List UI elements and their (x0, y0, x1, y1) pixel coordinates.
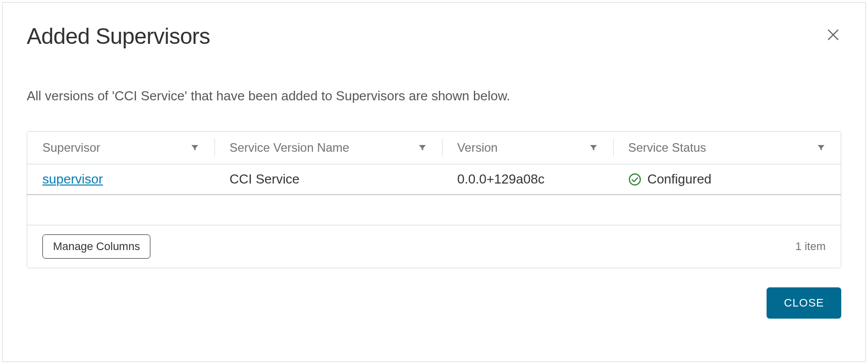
column-header-version[interactable]: Version (442, 132, 613, 164)
column-label-supervisor: Supervisor (42, 141, 100, 155)
table-footer: Manage Columns 1 item (27, 225, 841, 268)
column-header-service-version-name[interactable]: Service Version Name (214, 132, 442, 164)
cell-service-status: Configured (613, 164, 841, 195)
status-text: Configured (647, 171, 712, 187)
column-label-service-version-name: Service Version Name (230, 141, 349, 155)
filter-icon[interactable] (190, 143, 199, 152)
column-label-version: Version (457, 141, 498, 155)
added-supervisors-dialog: Added Supervisors All versions of 'CCI S… (2, 2, 866, 362)
check-circle-icon (628, 173, 641, 186)
cell-service-version-name: CCI Service (214, 164, 442, 195)
dialog-title: Added Supervisors (27, 24, 210, 49)
column-header-supervisor[interactable]: Supervisor (27, 132, 214, 164)
svg-point-2 (629, 174, 640, 185)
column-header-service-status[interactable]: Service Status (613, 132, 841, 164)
dialog-header: Added Supervisors (27, 24, 841, 49)
dialog-description: All versions of 'CCI Service' that have … (27, 88, 841, 104)
item-count: 1 item (795, 240, 826, 253)
table-row: supervisor CCI Service 0.0.0+129a08c Con… (27, 164, 841, 195)
filter-icon[interactable] (817, 143, 826, 152)
column-label-service-status: Service Status (628, 141, 707, 155)
manage-columns-button[interactable]: Manage Columns (42, 234, 150, 259)
dialog-actions: CLOSE (27, 287, 841, 319)
supervisors-table-container: Supervisor Service Version Name Version (27, 131, 841, 268)
table-empty-space (27, 195, 841, 225)
supervisors-table: Supervisor Service Version Name Version (27, 132, 841, 195)
close-icon[interactable] (826, 28, 840, 42)
close-button[interactable]: CLOSE (767, 287, 841, 319)
cell-version: 0.0.0+129a08c (442, 164, 613, 195)
supervisor-link[interactable]: supervisor (42, 171, 103, 187)
filter-icon[interactable] (589, 143, 598, 152)
filter-icon[interactable] (418, 143, 427, 152)
